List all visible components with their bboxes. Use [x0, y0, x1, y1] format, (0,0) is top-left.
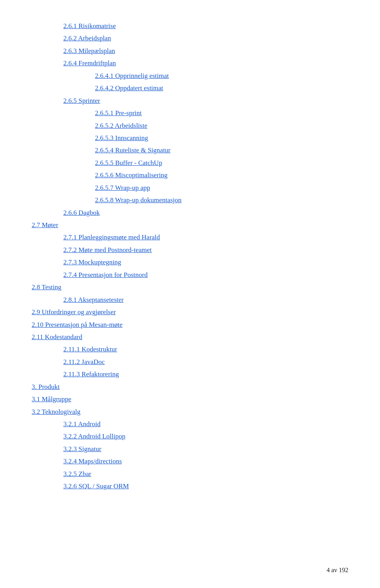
toc-item: 3.2.6 SQL / Sugar ORM: [63, 480, 348, 492]
toc-item: 3.2.4 Maps/directions: [63, 455, 348, 467]
toc-link[interactable]: 2.6.5.3 Innscanning: [95, 134, 148, 142]
toc-link[interactable]: 2.7.1 Planleggingsmøte med Harald: [63, 233, 160, 241]
toc-item: 2.10 Presentasjon på Mesan-møte: [32, 319, 348, 331]
toc-item: 2.11 Kodestandard: [32, 331, 348, 343]
toc-link[interactable]: 2.6.5.6 Miscoptimalisering: [95, 171, 167, 179]
toc-item: 2.6.5.8 Wrap-up dokumentasjon: [95, 194, 348, 206]
toc-link[interactable]: 2.7 Møter: [32, 221, 58, 229]
toc-item: 2.6.5.1 Pre-sprint: [95, 107, 348, 119]
toc-container: 2.6.1 Risikomatrise2.6.2 Arbeidsplan2.6.…: [32, 16, 348, 493]
toc-link[interactable]: 2.7.3 Mockuptegning: [63, 258, 121, 266]
toc-link[interactable]: 2.6.5 Sprinter: [63, 97, 100, 104]
toc-item: 2.7.2 Møte med Postnord-teamet: [63, 244, 348, 256]
toc-item: 2.6.5.7 Wrap-up app: [95, 182, 348, 194]
toc-link[interactable]: 3.2 Teknologivalg: [32, 408, 80, 415]
toc-item: 3. Produkt: [32, 381, 348, 393]
toc-link[interactable]: 3.2.3 Signatur: [63, 445, 101, 453]
toc-link[interactable]: 2.6.5.2 Arbeidsliste: [95, 122, 147, 129]
toc-item: 2.7.3 Mockuptegning: [63, 256, 348, 268]
toc-item: 2.6.4.2 Oppdatert estimat: [95, 82, 348, 94]
toc-item: 2.6.3 Milepælsplan: [63, 45, 348, 57]
toc-link[interactable]: 2.6.3 Milepælsplan: [63, 47, 115, 55]
toc-link[interactable]: 2.11.1 Kodestruktur: [63, 345, 117, 353]
toc-link[interactable]: 2.6.5.4 Ruteliste & Signatur: [95, 146, 171, 154]
toc-link[interactable]: 2.8.1 Akseptansetester: [63, 296, 124, 303]
toc-link[interactable]: 3.1 Målgruppe: [32, 395, 71, 403]
toc-link[interactable]: 2.8 Testing: [32, 283, 61, 291]
toc-link[interactable]: 2.7.2 Møte med Postnord-teamet: [63, 246, 152, 254]
toc-link[interactable]: 2.11.3 Refaktorering: [63, 370, 119, 378]
toc-item: 2.6.5.6 Miscoptimalisering: [95, 169, 348, 181]
toc-item: 2.6.6 Dagbok: [63, 207, 348, 219]
toc-item: 2.6.4.1 Opprinnelig estimat: [95, 70, 348, 82]
toc-item: 3.2.2 Android Lollipop: [63, 430, 348, 442]
toc-link[interactable]: 2.6.1 Risikomatrise: [63, 22, 116, 30]
toc-link[interactable]: 3. Produkt: [32, 383, 60, 391]
toc-item: 3.1 Målgruppe: [32, 393, 348, 405]
toc-item: 2.9 Utfordringer og avgjørelser: [32, 306, 348, 318]
toc-link[interactable]: 2.6.5.7 Wrap-up app: [95, 184, 150, 192]
toc-link[interactable]: 2.6.2 Arbeidsplan: [63, 34, 111, 42]
toc-item: 2.8.1 Akseptansetester: [63, 294, 348, 306]
toc-item: 2.6.2 Arbeidsplan: [63, 32, 348, 44]
toc-item: 2.11.2 JavaDoc: [63, 356, 348, 368]
toc-link[interactable]: 3.2.6 SQL / Sugar ORM: [63, 482, 129, 490]
toc-item: 2.6.5.4 Ruteliste & Signatur: [95, 144, 348, 156]
toc-item: 2.7.4 Presentasjon for Postnord: [63, 269, 348, 281]
toc-item: 2.11.3 Refaktorering: [63, 368, 348, 380]
toc-item: 2.6.5.2 Arbeidsliste: [95, 119, 348, 132]
toc-link[interactable]: 2.9 Utfordringer og avgjørelser: [32, 308, 116, 316]
toc-link[interactable]: 3.2.5 Zbar: [63, 470, 91, 478]
toc-item: 2.6.5.5 Buffer - CatchUp: [95, 157, 348, 169]
toc-link[interactable]: 3.2.1 Android: [63, 420, 101, 428]
toc-link[interactable]: 2.7.4 Presentasjon for Postnord: [63, 271, 148, 279]
toc-item: 2.6.5 Sprinter: [63, 95, 348, 107]
toc-link[interactable]: 2.11.2 JavaDoc: [63, 358, 105, 366]
toc-item: 3.2.3 Signatur: [63, 443, 348, 455]
toc-item: 2.7 Møter: [32, 219, 348, 231]
toc-link[interactable]: 3.2.4 Maps/directions: [63, 457, 122, 465]
toc-link[interactable]: 2.10 Presentasjon på Mesan-møte: [32, 321, 122, 328]
toc-link[interactable]: 3.2.2 Android Lollipop: [63, 432, 125, 440]
toc-item: 2.6.4 Fremdriftplan: [63, 57, 348, 69]
toc-item: 3.2.5 Zbar: [63, 468, 348, 480]
toc-link[interactable]: 2.6.4 Fremdriftplan: [63, 59, 116, 67]
page-number: 4 av 192: [327, 567, 348, 574]
toc-link[interactable]: 2.6.4.2 Oppdatert estimat: [95, 84, 163, 92]
toc-item: 3.2.1 Android: [63, 418, 348, 430]
toc-link[interactable]: 2.6.5.8 Wrap-up dokumentasjon: [95, 196, 182, 204]
toc-item: 2.7.1 Planleggingsmøte med Harald: [63, 231, 348, 243]
toc-link[interactable]: 2.6.4.1 Opprinnelig estimat: [95, 72, 169, 80]
toc-item: 2.8 Testing: [32, 281, 348, 293]
toc-item: 2.6.5.3 Innscanning: [95, 132, 348, 144]
toc-link[interactable]: 2.11 Kodestandard: [32, 333, 82, 341]
toc-item: 2.6.1 Risikomatrise: [63, 20, 348, 32]
toc-link[interactable]: 2.6.5.1 Pre-sprint: [95, 109, 142, 117]
toc-item: 3.2 Teknologivalg: [32, 406, 348, 418]
toc-link[interactable]: 2.6.5.5 Buffer - CatchUp: [95, 159, 162, 167]
toc-link[interactable]: 2.6.6 Dagbok: [63, 209, 100, 216]
toc-item: 2.11.1 Kodestruktur: [63, 343, 348, 355]
